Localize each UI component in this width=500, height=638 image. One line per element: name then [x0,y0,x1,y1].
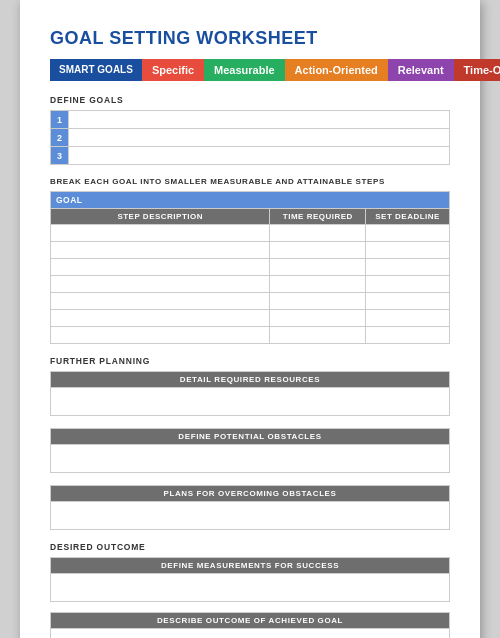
goal-input-1[interactable] [69,111,450,129]
measurements-section: DEFINE MEASUREMENTS FOR SUCCESS [50,557,450,602]
obstacles-header: DEFINE POTENTIAL OBSTACLES [50,428,450,445]
goal-header-row: GOAL [51,192,450,209]
step-desc-7[interactable] [51,327,270,344]
goal-num-2: 2 [51,129,69,147]
step-row [51,327,450,344]
step-row [51,225,450,242]
break-goals-label: BREAK EACH GOAL INTO SMALLER MEASURABLE … [50,177,450,186]
goal-header-cell: GOAL [51,192,450,209]
goal-row-1: 1 [51,111,450,129]
step-desc-3[interactable] [51,259,270,276]
obstacles-section: DEFINE POTENTIAL OBSTACLES [50,428,450,473]
overcoming-header: PLANS FOR OVERCOMING OBSTACLES [50,485,450,502]
step-row [51,242,450,259]
page-title: GOAL SETTING WORKSHEET [50,28,450,49]
measurements-body[interactable] [50,574,450,602]
tab-specific[interactable]: Specific [142,59,204,81]
step-time-4[interactable] [270,276,366,293]
step-dead-7[interactable] [366,327,450,344]
goal-row-2: 2 [51,129,450,147]
resources-section: DETAIL REQUIRED RESOURCES [50,371,450,416]
step-row [51,276,450,293]
tab-relevant[interactable]: Relevant [388,59,454,81]
obstacles-body[interactable] [50,445,450,473]
step-time-2[interactable] [270,242,366,259]
step-time-5[interactable] [270,293,366,310]
overcoming-section: PLANS FOR OVERCOMING OBSTACLES [50,485,450,530]
goal-input-3[interactable] [69,147,450,165]
tab-action-oriented[interactable]: Action-Oriented [285,59,388,81]
define-goals-label: DEFINE GOALS [50,95,450,105]
step-dead-6[interactable] [366,310,450,327]
goal-num-1: 1 [51,111,69,129]
step-dead-5[interactable] [366,293,450,310]
overcoming-body[interactable] [50,502,450,530]
step-row [51,310,450,327]
step-time-3[interactable] [270,259,366,276]
smart-goals-bar: SMART GOALS Specific Measurable Action-O… [50,59,450,81]
step-time-7[interactable] [270,327,366,344]
break-goals-table: GOAL STEP DESCRIPTION TIME REQUIRED SET … [50,191,450,344]
step-desc-1[interactable] [51,225,270,242]
step-desc-2[interactable] [51,242,270,259]
define-goals-table: 1 2 3 [50,110,450,165]
further-planning-label: FURTHER PLANNING [50,356,450,366]
describe-outcome-body[interactable] [50,629,450,638]
resources-body[interactable] [50,388,450,416]
step-row [51,293,450,310]
step-desc-5[interactable] [51,293,270,310]
tab-smart-goals[interactable]: SMART GOALS [50,59,142,81]
resources-header: DETAIL REQUIRED RESOURCES [50,371,450,388]
tab-measurable[interactable]: Measurable [204,59,285,81]
goal-row-3: 3 [51,147,450,165]
measurements-header: DEFINE MEASUREMENTS FOR SUCCESS [50,557,450,574]
col-deadline-header: SET DEADLINE [366,209,450,225]
step-time-1[interactable] [270,225,366,242]
step-dead-3[interactable] [366,259,450,276]
worksheet-page: GOAL SETTING WORKSHEET SMART GOALS Speci… [20,0,480,638]
col-step-header: STEP DESCRIPTION [51,209,270,225]
step-dead-2[interactable] [366,242,450,259]
tab-time-oriented[interactable]: Time-Oriented [454,59,500,81]
goal-num-3: 3 [51,147,69,165]
desired-outcome-label: DESIRED OUTCOME [50,542,450,552]
step-time-6[interactable] [270,310,366,327]
columns-header-row: STEP DESCRIPTION TIME REQUIRED SET DEADL… [51,209,450,225]
step-desc-6[interactable] [51,310,270,327]
step-dead-1[interactable] [366,225,450,242]
col-time-header: TIME REQUIRED [270,209,366,225]
describe-outcome-section: DESCRIBE OUTCOME OF ACHIEVED GOAL [50,612,450,638]
step-desc-4[interactable] [51,276,270,293]
step-row [51,259,450,276]
goal-input-2[interactable] [69,129,450,147]
describe-outcome-header: DESCRIBE OUTCOME OF ACHIEVED GOAL [50,612,450,629]
step-dead-4[interactable] [366,276,450,293]
